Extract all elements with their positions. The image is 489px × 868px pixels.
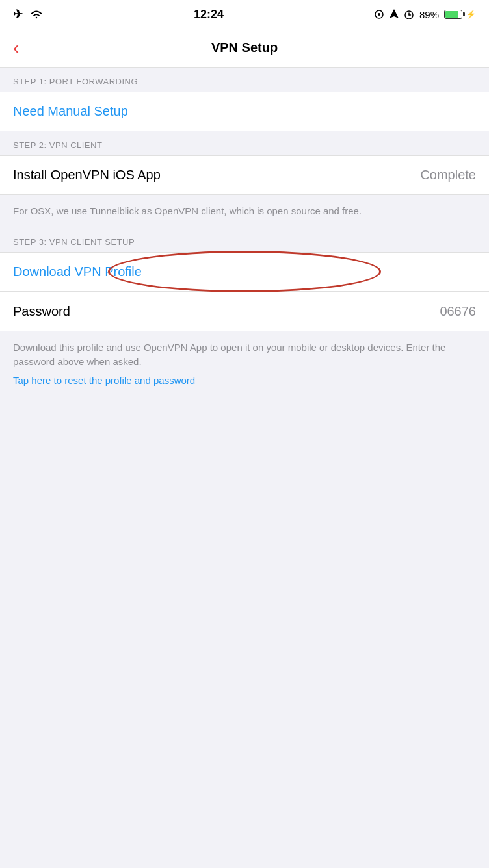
status-bar: ✈ 12:24 89% ⚡: [0, 0, 489, 29]
nav-bar: ‹ VPN Setup: [0, 29, 489, 68]
time-display: 12:24: [194, 8, 224, 21]
oval-annotation: [108, 251, 381, 292]
download-vpn-label: Download VPN Profile: [13, 264, 142, 279]
password-value: 06676: [440, 304, 476, 319]
screen-rotation-icon: [374, 9, 384, 19]
location-icon: [390, 9, 399, 19]
password-label: Password: [13, 304, 70, 319]
wifi-icon: [29, 9, 44, 19]
svg-point-1: [378, 13, 380, 16]
status-left: ✈: [13, 7, 44, 21]
page-title: VPN Setup: [211, 40, 278, 55]
status-right: 89% ⚡: [374, 9, 476, 20]
battery-icon: ⚡: [444, 10, 476, 19]
back-button[interactable]: ‹: [13, 39, 25, 57]
step1-header: STEP 1: PORT FORWARDING: [0, 68, 489, 92]
password-row: Password 06676: [0, 292, 489, 331]
step3-description: Download this profile and use OpenVPN Ap…: [0, 331, 489, 398]
need-manual-setup-label: Need Manual Setup: [13, 104, 128, 118]
install-openvpn-label: Install OpenVPN iOS App: [13, 168, 161, 183]
step3-header: STEP 3: VPN CLIENT SETUP: [0, 228, 489, 252]
battery-percent: 89%: [419, 9, 439, 20]
step3-description-text: Download this profile and use OpenVPN Ap…: [13, 342, 445, 368]
step2-description: For OSX, we use Tunnelblick as OpenVPN c…: [0, 195, 489, 228]
airplane-icon: ✈: [13, 7, 23, 21]
svg-marker-2: [390, 9, 399, 18]
need-manual-setup-link[interactable]: Need Manual Setup: [0, 92, 489, 131]
install-openvpn-row: Install OpenVPN iOS App Complete: [0, 155, 489, 195]
install-status: Complete: [420, 168, 476, 183]
alarm-icon: [404, 9, 414, 19]
reset-profile-link[interactable]: Tap here to reset the profile and passwo…: [13, 374, 195, 389]
download-vpn-profile-link[interactable]: Download VPN Profile: [0, 252, 489, 292]
step2-header: STEP 2: VPN CLIENT: [0, 131, 489, 155]
bottom-spacer: [0, 397, 489, 657]
